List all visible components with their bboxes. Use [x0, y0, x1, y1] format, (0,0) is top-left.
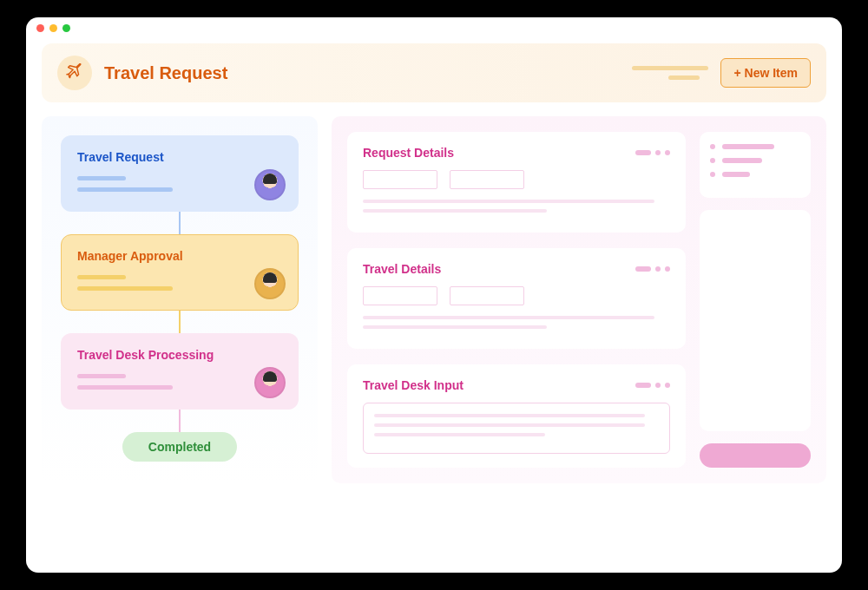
workflow-connector — [179, 311, 181, 333]
side-list-card — [700, 132, 811, 198]
placeholder-line — [77, 275, 126, 279]
list-item[interactable] — [710, 172, 800, 177]
panel-title: Travel Desk Input — [363, 378, 464, 392]
workflow-connector — [179, 212, 181, 234]
placeholder-line — [722, 158, 762, 163]
panel-indicator-icon — [635, 150, 670, 155]
details-panels: Request Details Travel Details — [347, 132, 686, 468]
textarea-field[interactable] — [363, 403, 670, 454]
content: Travel Request Manager Approval Travel D… — [26, 102, 842, 483]
placeholder-line — [722, 172, 750, 177]
panel-title: Travel Details — [363, 262, 441, 276]
maximize-window-icon[interactable] — [62, 24, 70, 32]
side-action-button[interactable] — [700, 443, 811, 468]
panel-title: Request Details — [363, 146, 454, 160]
placeholder-line — [77, 187, 173, 192]
workflow-step-title: Travel Desk Processing — [77, 348, 282, 362]
new-item-button[interactable]: + New Item — [720, 58, 811, 88]
bullet-icon — [710, 144, 715, 149]
placeholder-line — [374, 414, 645, 417]
placeholder-line — [363, 316, 654, 319]
panel-travel-desk-input: Travel Desk Input — [347, 364, 686, 468]
placeholder-line — [77, 374, 126, 378]
workflow-step-travel-request[interactable]: Travel Request — [61, 135, 299, 212]
close-window-icon[interactable] — [36, 24, 44, 32]
placeholder-line — [77, 286, 173, 291]
input-field[interactable] — [363, 170, 437, 189]
app-window: Travel Request + New Item Travel Request… — [26, 17, 842, 573]
bullet-icon — [710, 172, 715, 177]
placeholder-line — [77, 385, 173, 390]
placeholder-line — [363, 325, 547, 329]
panel-indicator-icon — [635, 266, 670, 272]
workflow-step-title: Travel Request — [77, 150, 282, 164]
workflow-step-title: Manager Approval — [77, 249, 282, 263]
placeholder-line — [363, 200, 654, 203]
placeholder-line — [77, 176, 126, 180]
page-title: Travel Request — [104, 63, 227, 83]
airplane-icon — [65, 63, 84, 82]
placeholder-line — [363, 209, 547, 213]
panel-request-details: Request Details — [347, 132, 686, 233]
placeholder-line — [374, 423, 645, 427]
details-area: Request Details Travel Details — [332, 116, 826, 483]
side-preview-card — [700, 210, 811, 431]
assignee-avatar — [254, 367, 286, 398]
details-sidebar — [700, 132, 811, 468]
placeholder-line — [722, 144, 774, 149]
workflow-step-travel-desk[interactable]: Travel Desk Processing — [61, 333, 299, 410]
minimize-window-icon[interactable] — [49, 24, 57, 32]
list-item[interactable] — [710, 144, 800, 149]
workflow-sidebar: Travel Request Manager Approval Travel D… — [42, 116, 318, 483]
header-decoration — [632, 66, 708, 80]
input-field[interactable] — [363, 286, 437, 305]
bullet-icon — [710, 158, 715, 163]
panel-indicator-icon — [635, 383, 670, 388]
workflow-connector — [179, 410, 181, 432]
workflow-step-manager-approval[interactable]: Manager Approval — [61, 234, 299, 311]
placeholder-line — [374, 433, 545, 436]
workflow-status-completed: Completed — [122, 432, 237, 462]
titlebar — [26, 17, 842, 38]
panel-travel-details: Travel Details — [347, 248, 686, 349]
assignee-avatar — [254, 169, 286, 200]
list-item[interactable] — [710, 158, 800, 163]
header-icon-circle — [57, 56, 92, 90]
input-field[interactable] — [450, 286, 524, 305]
assignee-avatar — [254, 268, 286, 299]
input-field[interactable] — [450, 170, 524, 189]
page-header: Travel Request + New Item — [42, 43, 826, 102]
